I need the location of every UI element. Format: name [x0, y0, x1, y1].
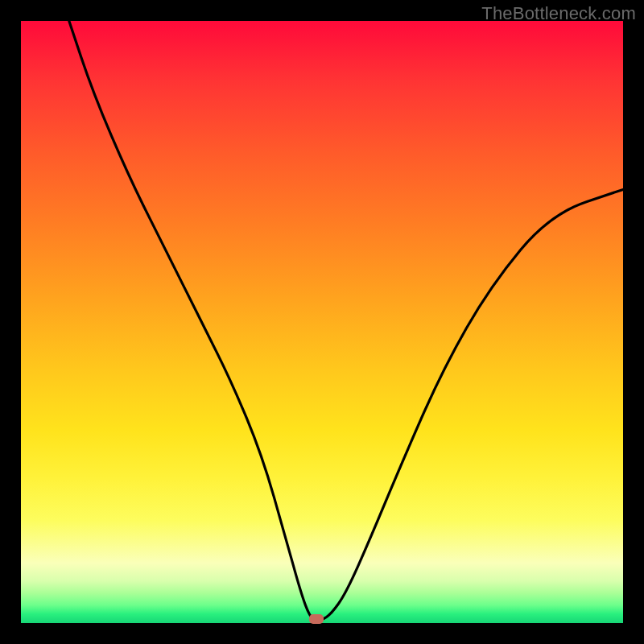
chart-frame: TheBottleneck.com [0, 0, 644, 644]
bottleneck-curve [21, 21, 623, 623]
watermark-text: TheBottleneck.com [481, 3, 636, 24]
plot-area [21, 21, 623, 623]
minimum-marker [309, 614, 324, 624]
